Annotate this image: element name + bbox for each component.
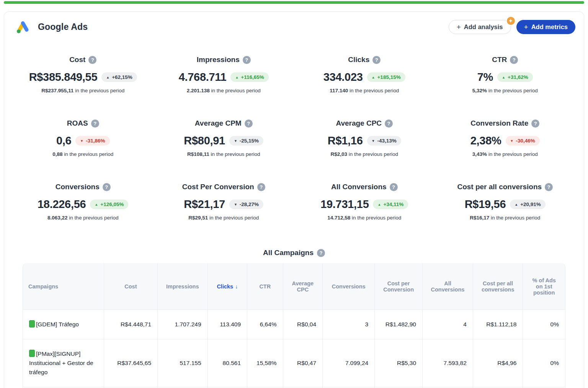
help-icon[interactable]: ? bbox=[91, 120, 99, 128]
help-icon[interactable]: ? bbox=[243, 56, 251, 64]
metric-card: ROAS?0,6▼-31,86%0,88 in the previous per… bbox=[13, 119, 154, 183]
metric-card: Average CPM?R$80,91▼-25,15%R$108,11 in t… bbox=[154, 119, 294, 183]
add-metrics-label: Add metrics bbox=[531, 23, 568, 31]
change-value: +31,62% bbox=[508, 74, 528, 80]
add-analysis-button[interactable]: + Add analysis ✦ bbox=[449, 20, 511, 34]
table-header-row: CampaignsCostImpressionsClicks↓CTRAverag… bbox=[23, 263, 565, 310]
metric-title-row: Cost? bbox=[13, 56, 154, 64]
column-header-clicks[interactable]: Clicks↓ bbox=[208, 263, 248, 310]
triangle-down-icon: ▼ bbox=[372, 139, 375, 143]
previous-period-text: R$2,03 in the previous period bbox=[294, 151, 435, 157]
table-cell: 4 bbox=[423, 310, 473, 339]
help-icon[interactable]: ? bbox=[531, 120, 539, 128]
table-body: [GDEM] TráfegoR$4.448,711.707.249113.409… bbox=[23, 310, 565, 388]
add-metrics-button[interactable]: + Add metrics bbox=[516, 20, 575, 34]
triangle-up-icon: ▲ bbox=[502, 75, 505, 79]
help-icon[interactable]: ? bbox=[390, 183, 398, 191]
top-accent-bar bbox=[4, 1, 584, 4]
column-header-cost-per-conversion[interactable]: Cost per Conversion bbox=[375, 263, 423, 310]
metric-label: Conversion Rate bbox=[470, 119, 528, 128]
triangle-down-icon: ▼ bbox=[234, 139, 237, 143]
column-header-average-cpc[interactable]: Average CPC bbox=[283, 263, 323, 310]
metric-value: 334.023 bbox=[323, 71, 363, 83]
triangle-up-icon: ▲ bbox=[377, 203, 381, 206]
change-value: +185,15% bbox=[377, 74, 400, 80]
google-ads-logo-icon bbox=[16, 19, 32, 35]
column-header-label: Clicks bbox=[217, 283, 233, 290]
metric-value-row: R$385.849,55▲+62,15% bbox=[13, 71, 154, 83]
table-cell: R$0,47 bbox=[283, 339, 323, 387]
change-badge: ▲+20,91% bbox=[510, 200, 546, 209]
previous-period-value: 5,32% bbox=[472, 88, 487, 93]
column-header-conversions[interactable]: Conversions bbox=[323, 263, 375, 310]
column-header-ctr[interactable]: CTR bbox=[247, 263, 283, 310]
change-value: -30,46% bbox=[516, 138, 535, 144]
metric-label: Cost Per Conversion bbox=[182, 183, 254, 191]
column-header-campaigns[interactable]: Campaigns bbox=[23, 263, 104, 310]
help-icon[interactable]: ? bbox=[103, 183, 111, 191]
triangle-down-icon: ▼ bbox=[80, 139, 83, 143]
help-icon[interactable]: ? bbox=[257, 183, 265, 191]
add-analysis-label: Add analysis bbox=[464, 23, 503, 31]
previous-period-text: 3,43% in the previous period bbox=[435, 151, 576, 157]
table-cell: R$4,96 bbox=[473, 339, 523, 387]
campaign-name-cell: [PMax][SIGNUP] Institucional + Gestor de… bbox=[23, 339, 104, 387]
column-header-label: Cost per all conversions bbox=[482, 280, 514, 293]
help-icon[interactable]: ? bbox=[385, 120, 393, 128]
help-icon[interactable]: ? bbox=[510, 56, 518, 64]
metric-value-row: 7%▲+31,62% bbox=[435, 71, 576, 83]
metric-value: 7% bbox=[477, 71, 493, 83]
table-row[interactable]: [GDEM] TráfegoR$4.448,711.707.249113.409… bbox=[23, 310, 565, 339]
plus-icon: + bbox=[457, 23, 461, 31]
metric-value-row: 4.768.711▲+116,65% bbox=[154, 71, 294, 83]
sparkle-icon: ✦ bbox=[506, 16, 516, 26]
column-header-cost-per-all-conversions[interactable]: Cost per all conversions bbox=[473, 263, 523, 310]
table-cell: 1.707.249 bbox=[158, 310, 207, 339]
change-badge: ▲+62,15% bbox=[101, 72, 137, 82]
column-header-cost[interactable]: Cost bbox=[104, 263, 158, 310]
change-badge: ▼-25,15% bbox=[229, 136, 263, 146]
metric-value-row: 19.731,15▲+34,11% bbox=[294, 198, 435, 211]
metric-card: Average CPC?R$1,16▼-43,13%R$2,03 in the … bbox=[294, 119, 435, 183]
column-header-label: Campaigns bbox=[28, 283, 58, 290]
metric-value: R$1,16 bbox=[328, 134, 363, 147]
change-value: +116,65% bbox=[241, 74, 264, 80]
help-icon[interactable]: ? bbox=[88, 56, 96, 64]
table-cell: 113.409 bbox=[208, 310, 248, 339]
table-cell: R$37.645,65 bbox=[104, 339, 158, 387]
metric-label: Clicks bbox=[348, 56, 369, 64]
help-icon[interactable]: ? bbox=[372, 56, 381, 64]
table-title: All Campaigns bbox=[263, 249, 314, 257]
column-header-impressions[interactable]: Impressions bbox=[158, 263, 207, 310]
help-icon[interactable]: ? bbox=[545, 183, 553, 191]
metric-label: CTR bbox=[492, 56, 507, 64]
metric-card: Cost per all conversions?R$19,56▲+20,91%… bbox=[435, 183, 576, 246]
column-header-label: Cost bbox=[124, 283, 137, 290]
help-icon[interactable]: ? bbox=[245, 120, 253, 128]
campaign-name-cell: [GDEM] Tráfego bbox=[23, 310, 104, 339]
metric-label: Impressions bbox=[197, 56, 240, 64]
column-header-label: Conversions bbox=[332, 283, 366, 290]
table-row[interactable]: [PMax][SIGNUP] Institucional + Gestor de… bbox=[23, 339, 565, 387]
previous-period-value: 0,88 bbox=[52, 151, 62, 157]
metric-value: R$80,91 bbox=[184, 134, 225, 147]
metric-value: R$21,17 bbox=[184, 198, 225, 211]
previous-period-value: R$237.955,11 bbox=[41, 88, 74, 93]
triangle-up-icon: ▲ bbox=[106, 75, 109, 79]
help-icon[interactable]: ? bbox=[317, 249, 325, 257]
metric-card: Impressions?4.768.711▲+116,65%2.201.138 … bbox=[154, 56, 294, 119]
column-header-all-conversions[interactable]: All Conversions bbox=[423, 263, 473, 310]
change-badge: ▼-43,13% bbox=[367, 136, 401, 146]
metric-card: Conversions?18.226,56▲+126,05%8.063,22 i… bbox=[13, 183, 154, 246]
change-badge: ▼-30,46% bbox=[506, 136, 540, 146]
metric-card: All Conversions?19.731,15▲+34,11%14.712,… bbox=[294, 183, 435, 246]
column-header--of-ads-on-1st-position[interactable]: % of Ads on 1st position bbox=[523, 263, 565, 310]
metric-card: Cost?R$385.849,55▲+62,15%R$237.955,11 in… bbox=[13, 56, 154, 119]
triangle-down-icon: ▼ bbox=[510, 139, 514, 143]
campaign-name: [GDEM] Tráfego bbox=[36, 321, 79, 327]
metric-label: Cost bbox=[69, 56, 85, 64]
metric-value-row: 2,38%▼-30,46% bbox=[435, 134, 576, 147]
table-cell: 3 bbox=[323, 310, 375, 339]
table-cell: 80.561 bbox=[208, 339, 248, 387]
table-cell: R$5,30 bbox=[375, 339, 423, 387]
